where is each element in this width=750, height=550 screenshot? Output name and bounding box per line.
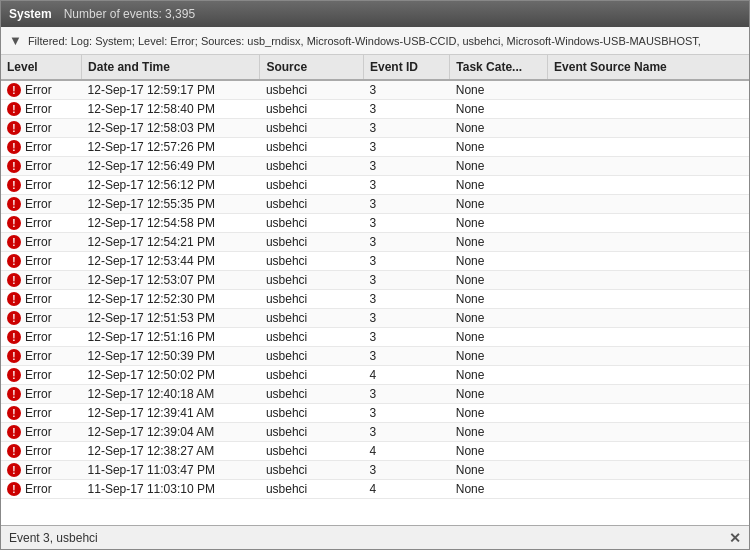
cell-source: usbehci xyxy=(260,100,364,119)
table-row[interactable]: !Error12-Sep-17 12:50:02 PMusbehci4None xyxy=(1,366,749,385)
col-header-eventsourcename[interactable]: Event Source Name xyxy=(548,55,749,80)
cell-taskcategory: None xyxy=(450,290,548,309)
cell-level: !Error xyxy=(1,385,82,404)
cell-level: !Error xyxy=(1,480,82,499)
table-row[interactable]: !Error12-Sep-17 12:56:49 PMusbehci3None xyxy=(1,157,749,176)
cell-source: usbehci xyxy=(260,404,364,423)
cell-eventid: 3 xyxy=(363,138,449,157)
cell-level: !Error xyxy=(1,138,82,157)
cell-source: usbehci xyxy=(260,347,364,366)
cell-taskcategory: None xyxy=(450,176,548,195)
cell-taskcategory: None xyxy=(450,80,548,100)
cell-source: usbehci xyxy=(260,290,364,309)
cell-source: usbehci xyxy=(260,138,364,157)
filter-icon: ▼ xyxy=(9,33,22,48)
level-text: Error xyxy=(25,463,52,477)
error-icon: ! xyxy=(7,216,21,230)
cell-source: usbehci xyxy=(260,423,364,442)
table-row[interactable]: !Error12-Sep-17 12:39:41 AMusbehci3None xyxy=(1,404,749,423)
table-row[interactable]: !Error12-Sep-17 12:51:53 PMusbehci3None xyxy=(1,309,749,328)
cell-eventid: 3 xyxy=(363,233,449,252)
level-text: Error xyxy=(25,235,52,249)
table-row[interactable]: !Error12-Sep-17 12:51:16 PMusbehci3None xyxy=(1,328,749,347)
cell-eventsourcename xyxy=(548,271,749,290)
cell-eventsourcename xyxy=(548,442,749,461)
error-icon: ! xyxy=(7,273,21,287)
table-row[interactable]: !Error12-Sep-17 12:53:44 PMusbehci3None xyxy=(1,252,749,271)
cell-datetime: 12-Sep-17 12:52:30 PM xyxy=(82,290,260,309)
cell-source: usbehci xyxy=(260,442,364,461)
cell-eventsourcename xyxy=(548,404,749,423)
cell-taskcategory: None xyxy=(450,195,548,214)
table-row[interactable]: !Error12-Sep-17 12:50:39 PMusbehci3None xyxy=(1,347,749,366)
table-row[interactable]: !Error12-Sep-17 12:38:27 AMusbehci4None xyxy=(1,442,749,461)
error-icon: ! xyxy=(7,387,21,401)
status-text: Event 3, usbehci xyxy=(9,531,98,545)
error-icon: ! xyxy=(7,254,21,268)
col-header-eventid[interactable]: Event ID xyxy=(363,55,449,80)
cell-source: usbehci xyxy=(260,80,364,100)
cell-level: !Error xyxy=(1,252,82,271)
cell-level: !Error xyxy=(1,100,82,119)
error-icon: ! xyxy=(7,292,21,306)
error-icon: ! xyxy=(7,330,21,344)
cell-datetime: 12-Sep-17 12:53:44 PM xyxy=(82,252,260,271)
table-row[interactable]: !Error12-Sep-17 12:54:21 PMusbehci3None xyxy=(1,233,749,252)
close-button[interactable]: ✕ xyxy=(729,530,741,546)
cell-datetime: 12-Sep-17 12:53:07 PM xyxy=(82,271,260,290)
cell-eventid: 3 xyxy=(363,176,449,195)
cell-eventsourcename xyxy=(548,80,749,100)
cell-eventsourcename xyxy=(548,385,749,404)
cell-taskcategory: None xyxy=(450,480,548,499)
error-icon: ! xyxy=(7,482,21,496)
events-table-container[interactable]: Level Date and Time Source Event ID Task… xyxy=(1,55,749,525)
cell-taskcategory: None xyxy=(450,347,548,366)
table-row[interactable]: !Error12-Sep-17 12:53:07 PMusbehci3None xyxy=(1,271,749,290)
cell-level: !Error xyxy=(1,366,82,385)
col-header-level[interactable]: Level xyxy=(1,55,82,80)
cell-source: usbehci xyxy=(260,328,364,347)
table-row[interactable]: !Error12-Sep-17 12:52:30 PMusbehci3None xyxy=(1,290,749,309)
error-icon: ! xyxy=(7,83,21,97)
table-row[interactable]: !Error11-Sep-17 11:03:10 PMusbehci4None xyxy=(1,480,749,499)
cell-eventid: 3 xyxy=(363,404,449,423)
cell-datetime: 11-Sep-17 11:03:10 PM xyxy=(82,480,260,499)
table-row[interactable]: !Error12-Sep-17 12:40:18 AMusbehci3None xyxy=(1,385,749,404)
table-row[interactable]: !Error12-Sep-17 12:59:17 PMusbehci3None xyxy=(1,80,749,100)
table-row[interactable]: !Error12-Sep-17 12:39:04 AMusbehci3None xyxy=(1,423,749,442)
cell-eventid: 3 xyxy=(363,80,449,100)
cell-eventsourcename xyxy=(548,423,749,442)
cell-taskcategory: None xyxy=(450,100,548,119)
table-row[interactable]: !Error12-Sep-17 12:58:03 PMusbehci3None xyxy=(1,119,749,138)
cell-source: usbehci xyxy=(260,309,364,328)
cell-eventid: 3 xyxy=(363,423,449,442)
col-header-taskcategory[interactable]: Task Cate... xyxy=(450,55,548,80)
table-row[interactable]: !Error12-Sep-17 12:58:40 PMusbehci3None xyxy=(1,100,749,119)
cell-source: usbehci xyxy=(260,119,364,138)
cell-taskcategory: None xyxy=(450,328,548,347)
cell-datetime: 12-Sep-17 12:54:58 PM xyxy=(82,214,260,233)
cell-datetime: 12-Sep-17 12:56:12 PM xyxy=(82,176,260,195)
cell-eventsourcename xyxy=(548,328,749,347)
error-icon: ! xyxy=(7,368,21,382)
table-row[interactable]: !Error11-Sep-17 11:03:47 PMusbehci3None xyxy=(1,461,749,480)
cell-eventid: 3 xyxy=(363,100,449,119)
table-row[interactable]: !Error12-Sep-17 12:57:26 PMusbehci3None xyxy=(1,138,749,157)
col-header-datetime[interactable]: Date and Time xyxy=(82,55,260,80)
cell-taskcategory: None xyxy=(450,404,548,423)
table-row[interactable]: !Error12-Sep-17 12:54:58 PMusbehci3None xyxy=(1,214,749,233)
cell-eventid: 4 xyxy=(363,366,449,385)
level-text: Error xyxy=(25,178,52,192)
cell-source: usbehci xyxy=(260,366,364,385)
error-icon: ! xyxy=(7,178,21,192)
table-row[interactable]: !Error12-Sep-17 12:55:35 PMusbehci3None xyxy=(1,195,749,214)
cell-eventsourcename xyxy=(548,119,749,138)
table-row[interactable]: !Error12-Sep-17 12:56:12 PMusbehci3None xyxy=(1,176,749,195)
cell-eventsourcename xyxy=(548,347,749,366)
error-icon: ! xyxy=(7,197,21,211)
col-header-source[interactable]: Source xyxy=(260,55,364,80)
cell-taskcategory: None xyxy=(450,157,548,176)
cell-level: !Error xyxy=(1,347,82,366)
level-text: Error xyxy=(25,197,52,211)
cell-level: !Error xyxy=(1,461,82,480)
